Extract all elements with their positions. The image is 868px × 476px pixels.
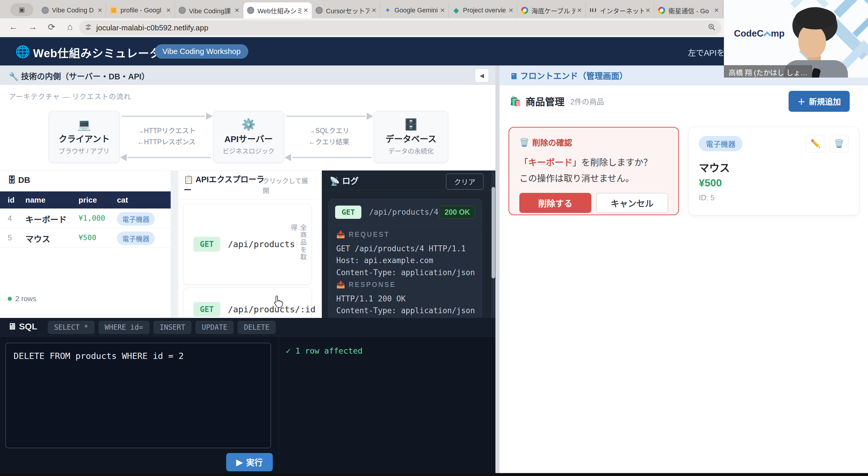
add-label: 新規追加 [809,96,841,107]
chip-update[interactable]: UPDATE [195,321,234,334]
tab-search-button[interactable]: ▣ [11,4,33,16]
run-sql-button[interactable]: ▶ 実行 [226,453,273,471]
back-icon[interactable]: ← [9,22,18,32]
tech-section-title: 🔧 技術の内側（サーバー・DB・API） [9,70,149,82]
iij-favicon-icon: IIJ [589,6,597,14]
tab-satellite[interactable]: 衛星通信 - Go ✕ [654,2,723,18]
cancel-button[interactable]: キャンセル [596,193,668,213]
outbox-icon: 📤 [336,280,345,289]
close-icon[interactable]: ✕ [440,7,445,14]
close-icon[interactable]: ✕ [714,7,719,14]
close-icon[interactable]: ✕ [645,7,650,14]
tab-vibe-coding-d[interactable]: Vibe Coding D ✕ [38,2,106,18]
api-endpoint-card[interactable]: GET /api/products 全商品を取得 [183,204,312,284]
green-dot-icon [8,297,12,301]
api-endpoint-card[interactable]: GET /api/products/:id [183,287,312,318]
endpoint-row: GET /api/products [193,237,295,251]
codecamp-logo: CodeCmp [734,28,784,39]
sql-editor[interactable]: DELETE FROM products WHERE id = 2 [5,343,271,448]
logo-text-right: mp [771,28,785,39]
log-line: Host: api.example.com [336,254,476,266]
scrollbar-track[interactable] [491,170,495,318]
tech-section-header: 🔧 技術の内側（サーバー・DB・API） ◀ [0,65,495,85]
logo-text-left: CodeC [734,28,764,39]
db-panel: 🗄 DB id name price cat 4 キーボード ¥1,000 電子… [0,170,170,318]
db-table-header: id name price cat [0,192,170,208]
close-icon[interactable]: ✕ [166,7,171,14]
collapse-panel-button[interactable]: ◀ [475,68,489,82]
cell-price: ¥1,000 [79,214,105,223]
table-row: 5 マウス ¥500 電子機器 [0,228,170,248]
zoom-magnifier-icon[interactable] [708,23,716,32]
plus-icon: ＋ [798,96,805,107]
globe-favicon-icon [315,6,323,14]
home-icon[interactable]: ⌂ [67,22,73,32]
delete-confirm-button[interactable]: 削除する [519,193,591,213]
close-icon[interactable]: ✕ [97,7,102,14]
database-node: 🗄️ データベース データの永続化 [374,111,448,163]
quote-close: 」を削除しますか？ [572,158,652,167]
flow-label-request: →HTTPリクエスト [120,125,213,137]
tab-cursor-setup[interactable]: Cursorセットア ✕ [312,2,380,18]
globe-favicon-icon [41,6,49,14]
node-name: データベース [385,132,437,144]
antenna-icon: 📡 [330,177,340,186]
chip-select[interactable]: SELECT * [48,321,94,334]
cabinet-icon: 🗄 [8,175,16,184]
tab-strip: Vibe Coding D ✕ profile - Googl ✕ Vibe C… [38,2,723,18]
row-count-status: 2 rows [8,295,36,303]
url-text: jocular-malabi-c0b592.netlify.app [96,23,708,32]
play-icon: ▶ [236,457,243,467]
node-desc: ビジネスロジック [223,146,275,155]
separator [279,336,279,476]
chip-insert[interactable]: INSERT [154,321,192,334]
tab-search-icon: ▣ [19,6,25,13]
method-badge: GET [193,302,220,317]
column-name: name [25,196,45,205]
tab-internet-iij[interactable]: IIJ インターネット ✕ [586,2,654,18]
delete-product-button[interactable]: 🗑️ [829,135,849,152]
endpoint-note: 全商品を取得 [288,224,307,264]
arrowhead-right-icon [367,113,373,120]
product-price: ¥500 [699,177,849,189]
close-icon[interactable]: ✕ [303,7,308,14]
arrowhead-left-icon [120,154,127,161]
client-node: 💻 クライアント ブラウザ / アプリ [49,111,120,163]
url-bar[interactable]: jocular-malabi-c0b592.netlify.app [79,20,721,35]
logo-chevron-icon [763,31,771,39]
clipboard-icon: 📋 [184,175,194,184]
reload-icon[interactable]: ⟳ [48,22,55,32]
tab-profile[interactable]: profile - Googl ✕ [106,2,175,18]
tab-label: Web仕組みシミ [257,6,302,15]
confirm-buttons: 削除する キャンセル [519,193,668,213]
close-icon[interactable]: ✕ [577,7,582,14]
presenter-hair-fringe [795,8,836,30]
separator [329,225,482,225]
site-settings-icon[interactable] [85,23,92,32]
chip-delete[interactable]: DELETE [238,321,276,334]
tab-vibe-coding-ka[interactable]: Vibe Coding課 ✕ [175,2,243,18]
tab-label: 海底ケーブル 光 [531,6,575,15]
shopping-bags-icon: 🛍️ [509,96,521,107]
webcam-overlay: CodeCmp 高橋 翔 (たかはし しょ… [724,0,868,77]
section-title: 商品管理 [526,94,564,108]
close-icon[interactable]: ✕ [508,7,514,14]
presenter-name-label: 高橋 翔 (たかはし しょ… [724,65,812,77]
node-desc: ブラウザ / アプリ [59,146,110,155]
tab-submarine-cable[interactable]: 海底ケーブル 光 ✕ [517,2,586,18]
edit-product-button[interactable]: ✏️ [806,135,825,152]
close-icon[interactable]: ✕ [235,7,240,14]
scrollbar-thumb[interactable] [492,187,495,278]
close-icon[interactable]: ✕ [371,7,376,14]
clear-log-button[interactable]: クリア [446,173,484,190]
forward-icon[interactable]: → [28,22,37,32]
inbox-icon: 📥 [336,230,345,239]
tab-project-overview[interactable]: ◆ Project overvie ✕ [449,2,517,18]
log-entry-summary: GET /api/products/4 200 OK [335,204,475,220]
tab-google-gemini[interactable]: ✦ Google Gemini ✕ [380,2,449,18]
wrench-icon: 🔧 [9,72,19,81]
add-product-button[interactable]: ＋ 新規追加 [788,91,850,112]
tab-web-simulator-active[interactable]: Web仕組みシミ ✕ [243,2,312,18]
tab-label: Cursorセットア [326,6,370,15]
chip-where[interactable]: WHERE id= [99,321,149,334]
